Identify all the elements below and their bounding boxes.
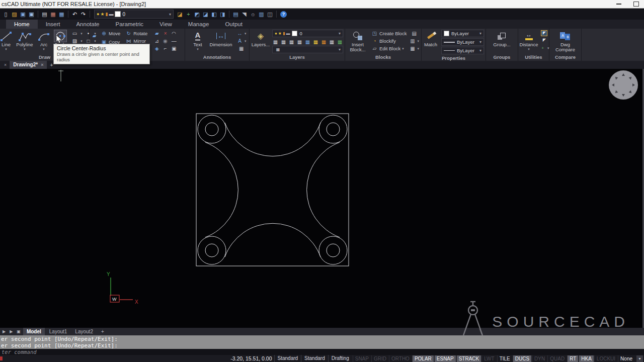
document-tab-drawing2[interactable]: Drawing2* × <box>10 61 47 69</box>
match-properties-icon[interactable]: ◪ <box>176 10 184 19</box>
layer-dropdown[interactable]: ●★▮▬ 0 ▾ <box>272 30 343 37</box>
linear-dimension-icon[interactable]: ↔ <box>236 30 243 37</box>
chevron-down-icon[interactable]: ▾ <box>402 47 404 50</box>
tab-annotate[interactable]: Annotate <box>68 20 107 29</box>
command-history[interactable]: er second point [Undo/Repeat/Exit]: er s… <box>0 335 644 349</box>
select-window-icon[interactable]: ◩ <box>193 10 201 19</box>
undo-icon[interactable]: ↶ <box>70 10 79 19</box>
toggle-rt[interactable]: RT <box>567 355 578 362</box>
layer-properties-icon[interactable]: ▦ <box>272 39 279 45</box>
toggle-tile[interactable]: TILE <box>497 355 512 362</box>
define-attributes-icon[interactable]: ▤ <box>411 30 418 37</box>
tool-polyline[interactable]: Polyline ▾ <box>14 30 35 54</box>
close-icon[interactable]: × <box>41 61 43 69</box>
tool-line[interactable]: Line ▾ <box>0 30 13 54</box>
toggle-ducs[interactable]: DUCS <box>513 355 531 362</box>
array-icon[interactable]: ◈ <box>153 45 160 52</box>
close-icon[interactable]: × <box>4 62 7 67</box>
chevron-down-icon[interactable]: ▾ <box>5 47 7 51</box>
print-icon[interactable]: ▦ <box>49 10 57 19</box>
select-crossing-icon[interactable]: ◧ <box>210 10 218 19</box>
layer-on-icon[interactable]: ● <box>97 11 99 18</box>
tab-view[interactable]: View <box>151 20 180 29</box>
tool-insert-block[interactable]: Insert Block... <box>347 30 369 54</box>
minimize-button[interactable] <box>616 4 621 5</box>
toggle-lwt[interactable]: LWT <box>481 355 496 362</box>
layer-plot-icon[interactable]: ▬ <box>109 11 113 18</box>
tool-dimension[interactable]: ↔ Dimension <box>208 30 233 54</box>
toggle-dyn[interactable]: DYN <box>532 355 547 362</box>
layer-quick-control[interactable]: ●★▮▬ 0 ▾ <box>94 10 174 19</box>
toggle-none[interactable]: None <box>618 355 634 362</box>
first-layout-icon[interactable]: ▶ <box>1 329 7 334</box>
layer-states-icon[interactable]: ▦ <box>337 39 343 45</box>
chevron-down-icon[interactable]: ▾ <box>80 32 83 35</box>
tab-layout2[interactable]: Layout2 <box>71 328 97 335</box>
toggle-strack[interactable]: STRACK <box>456 355 481 362</box>
redo-icon[interactable]: ↷ <box>79 10 88 19</box>
text-style-control[interactable]: Standard <box>274 355 301 362</box>
break-icon[interactable]: — <box>171 38 177 44</box>
chevron-down-icon[interactable]: ▾ <box>245 32 247 35</box>
layer-thaw-icon[interactable]: ★ <box>100 11 104 18</box>
tool-blockify[interactable]: ◔ Blockify <box>371 37 407 44</box>
point-id-icon[interactable]: + <box>539 45 546 51</box>
layer-lock-icon[interactable]: ▮ <box>283 31 285 36</box>
layer-plot-icon[interactable]: ▬ <box>286 31 290 36</box>
settings-icon[interactable]: ☼ <box>249 10 257 19</box>
status-menu-icon[interactable]: ▾ <box>636 355 643 362</box>
tool-text[interactable]: A Text ▾ <box>190 30 205 54</box>
print-preview-icon[interactable]: ▤ <box>40 10 49 19</box>
table-icon[interactable]: ▦ <box>238 45 245 52</box>
toggle-quad[interactable]: QUAD <box>547 355 567 362</box>
drawing-canvas[interactable]: YWX SOURCECAD <box>0 69 644 328</box>
fillet-icon[interactable]: ◠ <box>171 30 177 37</box>
new-layout-button[interactable]: + <box>98 328 108 335</box>
quick-select-icon[interactable]: ◤ <box>541 30 547 36</box>
tab-parametric[interactable]: Parametric <box>108 20 152 29</box>
layer-lock2-icon[interactable]: ▦ <box>320 39 327 45</box>
toggle-polar[interactable]: POLAR <box>412 355 434 362</box>
chevron-down-icon[interactable]: ▾ <box>417 39 419 43</box>
chevron-down-icon[interactable]: ▾ <box>547 46 549 50</box>
tab-insert[interactable]: Insert <box>38 20 68 29</box>
chevron-down-icon[interactable]: ▾ <box>339 31 341 36</box>
select-previous-icon[interactable]: ◪ <box>201 10 210 19</box>
select-fence-icon[interactable]: ◨ <box>218 10 227 19</box>
layer-on-icon[interactable]: ● <box>275 31 277 36</box>
tool-move[interactable]: ⊕ Move <box>101 30 120 37</box>
sync-attributes-icon[interactable]: ▦ <box>409 45 416 52</box>
toggle-esnap[interactable]: ESNAP <box>434 355 456 362</box>
properties-palette-icon[interactable]: ▤ <box>231 10 240 19</box>
tool-layer-properties[interactable]: ◈ Layers... <box>251 30 270 54</box>
layer-state-dropdown[interactable]: ▦ ▾ <box>272 46 343 53</box>
tab-layout1[interactable]: Layout1 <box>46 328 71 335</box>
tool-dwg-compare[interactable]: AB Dwg Compare <box>555 30 575 54</box>
stretch-icon[interactable]: ▰ <box>91 33 98 39</box>
dim-style-control[interactable]: Standard <box>301 355 328 362</box>
tool-create-block[interactable]: ◳ Create Block <box>371 30 407 37</box>
tool-rotate[interactable]: ↻ Rotate <box>125 30 147 37</box>
color-dropdown[interactable]: ByLayer ▾ <box>441 30 484 37</box>
layer-match-icon[interactable]: ▦ <box>312 39 319 45</box>
chevron-down-icon[interactable]: ▾ <box>528 47 530 51</box>
restore-button[interactable] <box>633 2 639 7</box>
explode-icon[interactable]: ◉ <box>162 38 169 44</box>
offset-icon[interactable]: ⌐ <box>162 45 169 52</box>
open-file-icon[interactable]: ▨ <box>10 10 19 19</box>
help-icon[interactable]: ? <box>280 11 287 18</box>
copy-nested-icon[interactable]: ▣ <box>171 45 177 52</box>
toggle-snap[interactable]: SNAP <box>353 355 371 362</box>
toggle-lockui[interactable]: LOCKUI <box>594 355 617 362</box>
measure-icon[interactable]: + <box>184 10 193 19</box>
eraser-icon[interactable]: ◥ <box>240 10 249 19</box>
lineweight-dropdown[interactable]: ByLayer ▾ <box>441 38 484 46</box>
command-input[interactable]: ter command <box>0 349 644 355</box>
edit-attribute-icon[interactable]: ▥ <box>409 38 416 44</box>
chevron-down-icon[interactable]: ▾ <box>80 39 83 43</box>
chevron-down-icon[interactable]: ▾ <box>479 31 481 36</box>
tab-home[interactable]: Home <box>6 20 38 29</box>
chevron-down-icon[interactable]: ▾ <box>339 47 341 52</box>
chevron-down-icon[interactable]: ▾ <box>479 40 481 44</box>
save-icon[interactable]: ▣ <box>19 10 27 19</box>
